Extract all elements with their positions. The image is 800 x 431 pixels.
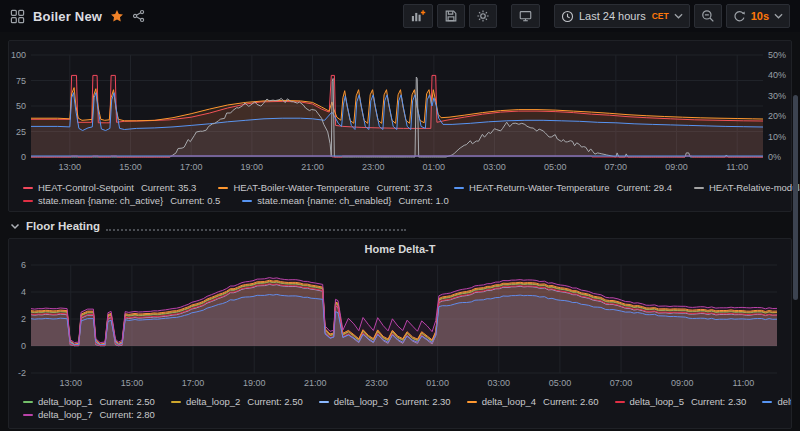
time-range-picker[interactable]: Last 24 hours CET	[554, 4, 690, 28]
boiler-graph-legend: HEAT-Control-Setpoint Current: 35.3 HEAT…	[9, 179, 791, 207]
series-color-marker	[23, 200, 33, 202]
svg-text:20%: 20%	[768, 111, 786, 121]
tv-mode-button[interactable]	[511, 4, 540, 28]
refresh-icon	[733, 10, 746, 23]
caret-down-icon	[774, 13, 783, 19]
svg-text:30%: 30%	[768, 91, 786, 101]
legend-item-delta-loop-2[interactable]: delta_loop_2 Current: 2.50	[171, 395, 303, 408]
legend-item-heat-boiler-water-temperature[interactable]: HEAT-Boiler-Water-Temperature Current: 3…	[218, 181, 432, 194]
dashboard-title: Boiler New	[33, 9, 102, 24]
svg-text:03:00: 03:00	[483, 162, 506, 172]
series-color-marker	[218, 187, 228, 189]
svg-text:75: 75	[16, 76, 26, 86]
series-name: delta_loop_7	[38, 408, 92, 421]
legend-item-delta-loop-4[interactable]: delta_loop_4 Current: 2.60	[467, 395, 599, 408]
row-floor-heating[interactable]: Floor Heating	[10, 220, 790, 232]
favorite-star-icon[interactable]	[110, 9, 124, 23]
series-color-marker	[694, 187, 704, 189]
series-name: delta_loop_6	[777, 395, 792, 408]
series-color-marker	[762, 401, 772, 403]
svg-text:01:00: 01:00	[423, 162, 446, 172]
boiler-graph-chart[interactable]: 025507510013:0015:0017:0019:0021:0023:00…	[9, 45, 793, 179]
series-current-value: Current: 2.50	[247, 395, 302, 408]
series-name: state.mean {name: ch_active}	[38, 194, 163, 207]
series-name: HEAT-Boiler-Water-Temperature	[233, 181, 369, 194]
save-dashboard-button[interactable]	[437, 4, 465, 28]
zoom-out-button[interactable]	[694, 4, 722, 28]
svg-text:07:00: 07:00	[610, 378, 633, 388]
svg-text:01:00: 01:00	[426, 378, 449, 388]
series-name: HEAT-Control-Setpoint	[38, 181, 134, 194]
refresh-button[interactable]: 10s	[726, 4, 790, 28]
settings-gear-icon[interactable]	[469, 4, 497, 28]
series-color-marker	[467, 401, 477, 403]
svg-text:11:00: 11:00	[732, 378, 754, 388]
legend-item-heat-return-water-temperature[interactable]: HEAT-Return-Water-Temperature Current: 2…	[454, 181, 672, 194]
timezone-label: CET	[652, 11, 669, 21]
series-current-value: Current: 37.3	[377, 181, 432, 194]
svg-text:40%: 40%	[768, 70, 786, 80]
svg-text:15:00: 15:00	[121, 378, 144, 388]
svg-text:19:00: 19:00	[243, 378, 266, 388]
legend-item-delta-loop-1[interactable]: delta_loop_1 Current: 2.50	[23, 395, 155, 408]
legend-item-delta-loop-3[interactable]: delta_loop_3 Current: 2.30	[319, 395, 451, 408]
vertical-scrollbar-thumb[interactable]	[793, 95, 798, 300]
svg-text:25: 25	[16, 127, 26, 137]
series-name: delta_loop_3	[334, 395, 388, 408]
svg-text:13:00: 13:00	[59, 162, 82, 172]
svg-text:23:00: 23:00	[362, 162, 385, 172]
time-range-label: Last 24 hours	[579, 10, 646, 22]
series-current-value: Current: 35.3	[141, 181, 196, 194]
legend-item-state-mean-ch-enabled[interactable]: state.mean {name: ch_enabled} Current: 1…	[242, 194, 448, 207]
panel-title[interactable]: Home Delta-T	[9, 239, 791, 257]
svg-text:19:00: 19:00	[241, 162, 264, 172]
series-current-value: Current: 29.4	[616, 181, 671, 194]
series-name: delta_loop_1	[38, 395, 92, 408]
legend-item-heat-control-setpoint[interactable]: HEAT-Control-Setpoint Current: 35.3	[23, 181, 196, 194]
caret-down-icon	[674, 13, 683, 19]
series-color-marker	[171, 401, 181, 403]
home-delta-t-legend: delta_loop_1 Current: 2.50 delta_loop_2 …	[9, 393, 791, 421]
series-name: state.mean {name: ch_enabled}	[257, 194, 391, 207]
row-title: Floor Heating	[26, 220, 100, 232]
svg-text:21:00: 21:00	[301, 162, 324, 172]
series-name: delta_loop_2	[186, 395, 240, 408]
svg-text:05:00: 05:00	[544, 162, 567, 172]
series-current-value: Current: 2.50	[99, 395, 154, 408]
svg-text:13:00: 13:00	[59, 378, 82, 388]
svg-text:100: 100	[11, 50, 26, 60]
svg-text:4: 4	[21, 287, 26, 297]
home-delta-t-chart[interactable]: -2024613:0015:0017:0019:0021:0023:0001:0…	[9, 257, 792, 393]
series-current-value: Current: 1.0	[399, 194, 449, 207]
svg-text:21:00: 21:00	[304, 378, 327, 388]
series-name: delta_loop_5	[630, 395, 684, 408]
legend-item-delta-loop-5[interactable]: delta_loop_5 Current: 2.30	[615, 395, 747, 408]
series-current-value: Current: 0.5	[170, 194, 220, 207]
legend-item-state-mean-ch-active[interactable]: state.mean {name: ch_active} Current: 0.…	[23, 194, 220, 207]
series-name: delta_loop_4	[482, 395, 536, 408]
legend-item-heat-relative-modulation-level[interactable]: HEAT-Relative-modulation-level Current: …	[694, 181, 800, 194]
svg-text:17:00: 17:00	[180, 162, 203, 172]
series-color-marker	[23, 414, 33, 416]
top-navbar: Boiler New	[0, 0, 800, 32]
svg-text:17:00: 17:00	[182, 378, 205, 388]
series-color-marker	[454, 187, 464, 189]
row-dotted-divider	[106, 222, 406, 231]
series-color-marker	[23, 187, 33, 189]
svg-text:-2: -2	[18, 368, 26, 378]
svg-text:09:00: 09:00	[665, 162, 688, 172]
legend-item-delta-loop-7[interactable]: delta_loop_7 Current: 2.80	[23, 408, 155, 421]
svg-text:50: 50	[16, 101, 26, 111]
add-panel-button[interactable]	[403, 4, 433, 28]
svg-text:03:00: 03:00	[488, 378, 511, 388]
dashboard-grid-icon[interactable]	[10, 9, 25, 24]
legend-item-delta-loop-6[interactable]: delta_loop_6 Current: 2.00	[762, 395, 792, 408]
share-icon[interactable]	[132, 9, 146, 23]
series-current-value: Current: 2.30	[691, 395, 746, 408]
svg-text:6: 6	[21, 260, 26, 270]
svg-text:50%: 50%	[768, 50, 786, 60]
chevron-down-icon	[10, 223, 20, 230]
svg-text:11:00: 11:00	[726, 162, 748, 172]
home-delta-t-panel: Home Delta-T -2024613:0015:0017:0019:002…	[8, 238, 792, 429]
svg-text:10%: 10%	[768, 132, 786, 142]
